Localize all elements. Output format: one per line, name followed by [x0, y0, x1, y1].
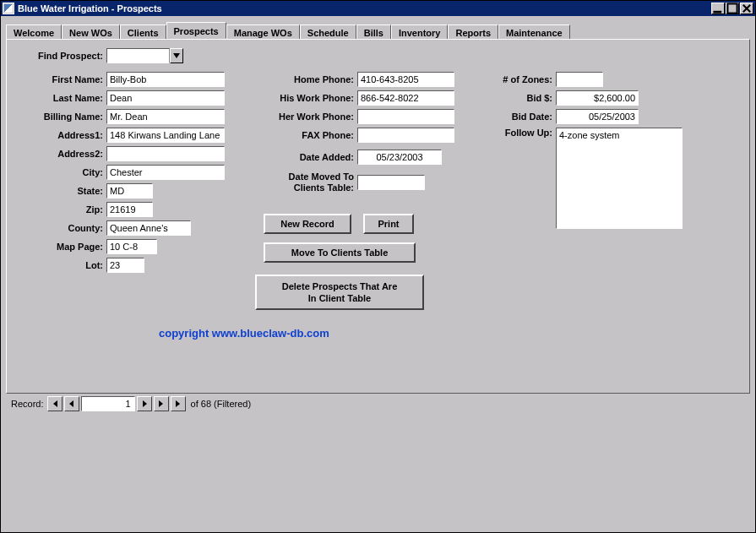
record-number-input[interactable] [81, 396, 135, 411]
label-date-moved: Date Moved To Clients Table: [243, 170, 357, 193]
label-fax-phone: FAX Phone: [243, 130, 357, 140]
label-his-work-phone: His Work Phone: [243, 93, 357, 103]
new-record-button[interactable]: New Record [264, 214, 351, 234]
app-icon [3, 3, 14, 14]
nav-last-button[interactable] [154, 396, 169, 411]
label-home-phone: Home Phone: [243, 74, 357, 84]
date-added-input[interactable] [357, 150, 442, 165]
bid-amount-input[interactable] [556, 90, 639, 106]
app-window: Blue Water Irrigation - Prospects Welcom… [0, 0, 756, 533]
lot-input[interactable] [106, 258, 144, 273]
follow-up-textarea[interactable] [556, 128, 683, 229]
find-prospect-combo[interactable] [106, 48, 183, 63]
tab-strip: Welcome New WOs Clients Prospects Manage… [1, 21, 755, 39]
nav-prev-button[interactable] [64, 396, 79, 411]
nav-next-button[interactable] [137, 396, 152, 411]
move-to-clients-button[interactable]: Move To Clients Table [264, 242, 416, 263]
her-work-phone-input[interactable] [357, 109, 454, 124]
label-first-name: First Name: [14, 74, 106, 84]
svg-text:*: * [177, 402, 180, 408]
tab-reports[interactable]: Reports [448, 24, 498, 40]
client-area: Welcome New WOs Clients Prospects Manage… [1, 16, 755, 532]
state-input[interactable] [106, 183, 153, 199]
tab-new-wos[interactable]: New WOs [62, 24, 120, 40]
address1-input[interactable] [106, 128, 225, 143]
billing-name-input[interactable] [106, 109, 225, 124]
record-label: Record: [11, 399, 44, 409]
home-phone-input[interactable] [357, 72, 454, 87]
label-follow-up: Follow Up: [473, 128, 556, 138]
record-count-text: of 68 (Filtered) [191, 399, 252, 409]
delete-in-client-button[interactable]: Delete Prospects That Are In Client Tabl… [255, 275, 424, 310]
label-num-zones: # of Zones: [473, 74, 556, 84]
nav-new-button[interactable]: * [171, 396, 186, 411]
copyright-text: copyright www.blueclaw-db.com [159, 327, 329, 340]
address2-input[interactable] [106, 146, 225, 161]
label-last-name: Last Name: [14, 93, 106, 103]
label-address1: Address1: [14, 130, 106, 140]
last-name-input[interactable] [106, 90, 225, 106]
label-state: State: [14, 186, 106, 196]
label-find-prospect: Find Prospect: [14, 51, 106, 61]
maximize-button[interactable] [726, 3, 739, 14]
tab-maintenance[interactable]: Maintenance [498, 24, 570, 40]
county-input[interactable] [106, 220, 191, 236]
num-zones-input[interactable] [556, 72, 603, 87]
label-bid-date: Bid Date: [473, 111, 556, 122]
label-county: County: [14, 223, 106, 233]
window-title: Blue Water Irrigation - Prospects [18, 3, 711, 14]
first-name-input[interactable] [106, 72, 225, 87]
titlebar: Blue Water Irrigation - Prospects [1, 1, 755, 16]
label-address2: Address2: [14, 149, 106, 159]
record-navigator: Record: * of 68 (Filtered) [11, 396, 251, 411]
close-button[interactable] [740, 3, 753, 14]
minimize-button[interactable] [711, 3, 725, 14]
tab-manage-wos[interactable]: Manage WOs [226, 24, 300, 40]
find-prospect-input[interactable] [106, 48, 170, 63]
svg-rect-1 [727, 3, 737, 13]
city-input[interactable] [106, 165, 225, 180]
print-button[interactable]: Print [363, 214, 414, 234]
label-date-added: Date Added: [243, 152, 357, 162]
tab-inventory[interactable]: Inventory [391, 24, 449, 40]
label-bid-amount: Bid $: [473, 93, 556, 103]
label-map-page: Map Page: [14, 242, 106, 252]
label-lot: Lot: [14, 260, 106, 270]
map-page-input[interactable] [106, 239, 157, 254]
tab-clients[interactable]: Clients [120, 24, 166, 40]
tab-schedule[interactable]: Schedule [300, 24, 356, 40]
tab-prospects[interactable]: Prospects [166, 22, 226, 39]
fax-phone-input[interactable] [357, 128, 454, 143]
prospects-panel: Find Prospect: First Name: Last Name: Bi… [6, 39, 750, 394]
his-work-phone-input[interactable] [357, 90, 454, 106]
svg-rect-0 [713, 11, 721, 14]
date-moved-input[interactable] [357, 175, 425, 190]
label-billing-name: Billing Name: [14, 111, 106, 122]
label-zip: Zip: [14, 204, 106, 215]
tab-welcome[interactable]: Welcome [6, 24, 62, 40]
label-her-work-phone: Her Work Phone: [243, 111, 357, 122]
zip-input[interactable] [106, 202, 153, 217]
nav-first-button[interactable] [47, 396, 63, 411]
find-prospect-dropdown-arrow[interactable] [170, 48, 183, 63]
tab-bills[interactable]: Bills [356, 24, 391, 40]
label-city: City: [14, 167, 106, 177]
bid-date-input[interactable] [556, 109, 639, 124]
